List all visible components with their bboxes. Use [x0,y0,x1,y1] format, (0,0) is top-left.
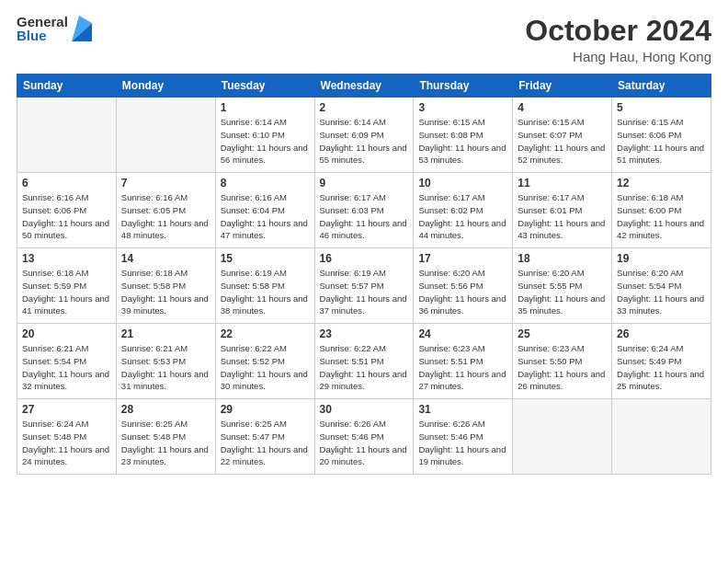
day-number: 24 [418,327,507,340]
day-number: 22 [221,327,310,340]
col-tuesday: Tuesday [215,75,314,98]
table-row: 18Sunrise: 6:20 AM Sunset: 5:55 PM Dayli… [513,248,612,324]
day-number: 8 [221,177,310,190]
table-row: 12Sunrise: 6:18 AM Sunset: 6:00 PM Dayli… [612,173,711,248]
logo-icon [72,16,92,41]
title-block: October 2024 Hang Hau, Hong Kong [525,15,711,64]
table-row: 20Sunrise: 6:21 AM Sunset: 5:54 PM Dayli… [17,324,117,399]
page: General Blue October 2024 Hang Hau, Hong… [0,0,728,563]
table-row: 29Sunrise: 6:25 AM Sunset: 5:47 PM Dayli… [215,399,314,475]
day-number: 2 [320,101,409,114]
day-number: 3 [418,101,507,114]
day-number: 17 [418,252,507,265]
day-number: 25 [518,327,607,340]
calendar-week-row: 13Sunrise: 6:18 AM Sunset: 5:59 PM Dayli… [17,248,711,324]
day-number: 23 [320,327,409,340]
table-row: 17Sunrise: 6:20 AM Sunset: 5:56 PM Dayli… [414,248,513,324]
table-row: 27Sunrise: 6:24 AM Sunset: 5:48 PM Dayli… [17,399,117,475]
day-info: Sunrise: 6:26 AM Sunset: 5:46 PM Dayligh… [418,418,507,468]
day-info: Sunrise: 6:23 AM Sunset: 5:50 PM Dayligh… [518,342,607,393]
day-number: 31 [418,403,507,416]
day-number: 14 [121,252,210,265]
day-info: Sunrise: 6:26 AM Sunset: 5:46 PM Dayligh… [320,418,409,468]
table-row: 25Sunrise: 6:23 AM Sunset: 5:50 PM Dayli… [513,324,612,399]
day-number: 19 [617,252,706,265]
table-row: 11Sunrise: 6:17 AM Sunset: 6:01 PM Dayli… [513,173,612,248]
day-info: Sunrise: 6:16 AM Sunset: 6:04 PM Dayligh… [221,191,310,242]
table-row: 28Sunrise: 6:25 AM Sunset: 5:48 PM Dayli… [116,399,215,475]
calendar-header-row: Sunday Monday Tuesday Wednesday Thursday… [17,75,711,98]
table-row: 15Sunrise: 6:19 AM Sunset: 5:58 PM Dayli… [215,248,314,324]
day-info: Sunrise: 6:22 AM Sunset: 5:51 PM Dayligh… [320,342,409,393]
day-info: Sunrise: 6:15 AM Sunset: 6:07 PM Dayligh… [518,116,607,167]
day-info: Sunrise: 6:16 AM Sunset: 6:05 PM Dayligh… [121,191,210,242]
col-sunday: Sunday [17,75,117,98]
table-row: 1Sunrise: 6:14 AM Sunset: 6:10 PM Daylig… [215,98,314,173]
table-row: 5Sunrise: 6:15 AM Sunset: 6:06 PM Daylig… [612,98,711,173]
logo: General Blue [17,15,92,42]
day-info: Sunrise: 6:21 AM Sunset: 5:53 PM Dayligh… [121,342,210,393]
table-row: 6Sunrise: 6:16 AM Sunset: 6:06 PM Daylig… [17,173,117,248]
month-title: October 2024 [525,15,711,47]
day-number: 10 [418,177,507,190]
day-info: Sunrise: 6:24 AM Sunset: 5:48 PM Dayligh… [22,418,111,468]
day-info: Sunrise: 6:18 AM Sunset: 5:58 PM Dayligh… [121,267,210,317]
table-row: 2Sunrise: 6:14 AM Sunset: 6:09 PM Daylig… [314,98,414,173]
day-number: 12 [617,177,706,190]
col-wednesday: Wednesday [314,75,414,98]
table-row [116,98,215,173]
day-number: 9 [320,177,409,190]
table-row [513,399,612,475]
day-number: 27 [22,403,111,416]
col-friday: Friday [513,75,612,98]
col-monday: Monday [116,75,215,98]
location-title: Hang Hau, Hong Kong [525,49,711,64]
day-number: 6 [22,177,111,190]
day-info: Sunrise: 6:20 AM Sunset: 5:55 PM Dayligh… [518,267,607,317]
day-info: Sunrise: 6:17 AM Sunset: 6:01 PM Dayligh… [518,191,607,242]
day-number: 21 [121,327,210,340]
col-saturday: Saturday [612,75,711,98]
day-info: Sunrise: 6:19 AM Sunset: 5:57 PM Dayligh… [320,267,409,317]
logo-text: General Blue [17,15,68,42]
day-info: Sunrise: 6:14 AM Sunset: 6:10 PM Dayligh… [221,116,310,167]
table-row: 8Sunrise: 6:16 AM Sunset: 6:04 PM Daylig… [215,173,314,248]
calendar-week-row: 1Sunrise: 6:14 AM Sunset: 6:10 PM Daylig… [17,98,711,173]
table-row: 21Sunrise: 6:21 AM Sunset: 5:53 PM Dayli… [116,324,215,399]
day-info: Sunrise: 6:21 AM Sunset: 5:54 PM Dayligh… [22,342,111,393]
day-number: 1 [221,101,310,114]
table-row [612,399,711,475]
day-info: Sunrise: 6:16 AM Sunset: 6:06 PM Dayligh… [22,191,111,242]
day-number: 5 [617,101,706,114]
day-info: Sunrise: 6:22 AM Sunset: 5:52 PM Dayligh… [221,342,310,393]
day-number: 26 [617,327,706,340]
calendar-table: Sunday Monday Tuesday Wednesday Thursday… [17,74,711,475]
table-row: 9Sunrise: 6:17 AM Sunset: 6:03 PM Daylig… [314,173,414,248]
day-info: Sunrise: 6:25 AM Sunset: 5:47 PM Dayligh… [221,418,310,468]
day-info: Sunrise: 6:17 AM Sunset: 6:03 PM Dayligh… [320,191,409,242]
day-number: 13 [22,252,111,265]
calendar-week-row: 27Sunrise: 6:24 AM Sunset: 5:48 PM Dayli… [17,399,711,475]
day-info: Sunrise: 6:20 AM Sunset: 5:54 PM Dayligh… [617,267,706,317]
calendar-week-row: 20Sunrise: 6:21 AM Sunset: 5:54 PM Dayli… [17,324,711,399]
day-number: 4 [518,101,607,114]
table-row: 13Sunrise: 6:18 AM Sunset: 5:59 PM Dayli… [17,248,117,324]
day-number: 30 [320,403,409,416]
day-info: Sunrise: 6:23 AM Sunset: 5:51 PM Dayligh… [418,342,507,393]
day-number: 16 [320,252,409,265]
table-row: 24Sunrise: 6:23 AM Sunset: 5:51 PM Dayli… [414,324,513,399]
header: General Blue October 2024 Hang Hau, Hong… [17,15,711,64]
day-number: 15 [221,252,310,265]
day-info: Sunrise: 6:20 AM Sunset: 5:56 PM Dayligh… [418,267,507,317]
day-number: 18 [518,252,607,265]
table-row: 31Sunrise: 6:26 AM Sunset: 5:46 PM Dayli… [414,399,513,475]
table-row: 22Sunrise: 6:22 AM Sunset: 5:52 PM Dayli… [215,324,314,399]
day-number: 7 [121,177,210,190]
table-row: 3Sunrise: 6:15 AM Sunset: 6:08 PM Daylig… [414,98,513,173]
table-row: 19Sunrise: 6:20 AM Sunset: 5:54 PM Dayli… [612,248,711,324]
day-info: Sunrise: 6:17 AM Sunset: 6:02 PM Dayligh… [418,191,507,242]
table-row: 7Sunrise: 6:16 AM Sunset: 6:05 PM Daylig… [116,173,215,248]
day-number: 11 [518,177,607,190]
day-info: Sunrise: 6:24 AM Sunset: 5:49 PM Dayligh… [617,342,706,393]
day-number: 29 [221,403,310,416]
